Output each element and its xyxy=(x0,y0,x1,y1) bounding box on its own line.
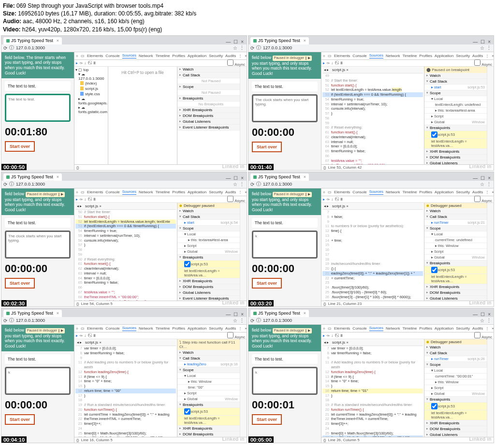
start-over-button[interactable]: Start over xyxy=(5,278,35,289)
devtab-console[interactable]: Console xyxy=(352,190,366,194)
devtab-profiles[interactable]: Profiles xyxy=(419,54,432,58)
async-checkbox[interactable] xyxy=(227,196,233,202)
step-into-icon[interactable]: ↓ xyxy=(331,197,333,202)
devtab-security[interactable]: Security xyxy=(209,190,223,194)
devtab-sources[interactable]: Sources xyxy=(122,189,136,195)
devtab-elements[interactable]: Elements xyxy=(334,54,350,58)
browser-tab[interactable]: JS Typing Speed Test× xyxy=(250,310,309,317)
devtab-audits[interactable]: Audits xyxy=(472,54,483,58)
reload-icon[interactable]: ⟳ xyxy=(3,45,7,51)
site-info-icon[interactable]: ⓘ xyxy=(256,317,261,324)
async-checkbox[interactable] xyxy=(474,196,480,202)
start-over-button[interactable]: Start over xyxy=(252,278,282,289)
window-close-icon[interactable]: × xyxy=(488,175,491,181)
devtools-menu-icon[interactable]: ⋮ xyxy=(238,326,242,331)
window-max-icon[interactable]: ☐ xyxy=(233,175,238,181)
url-text[interactable]: 127.0.0.1:3000 xyxy=(263,318,478,323)
device-icon[interactable]: ▭ xyxy=(328,190,332,194)
typing-textarea[interactable]: The clock starts when you start typing. xyxy=(5,231,71,259)
devtools-menu-icon[interactable]: ⋮ xyxy=(485,326,489,331)
async-checkbox[interactable] xyxy=(227,332,233,338)
devtab-timeline[interactable]: Timeline xyxy=(402,190,417,194)
code-pane[interactable]: ◂ ▸ script.js × 50// Start the timer:51f… xyxy=(74,203,177,301)
url-text[interactable]: 127.0.0.1:3000 xyxy=(263,45,478,50)
devtab-profiles[interactable]: Profiles xyxy=(172,54,185,58)
devtools-close-icon[interactable]: × xyxy=(492,190,494,194)
devtab-console[interactable]: Console xyxy=(105,326,119,331)
inspect-icon[interactable]: ⟐ xyxy=(76,190,78,194)
devtab-sources[interactable]: Sources xyxy=(122,53,136,58)
window-close-icon[interactable]: × xyxy=(241,39,244,44)
start-over-button[interactable]: Start over xyxy=(252,414,282,425)
site-info-icon[interactable]: ⓘ xyxy=(256,181,261,188)
devtab-network[interactable]: Network xyxy=(139,326,153,331)
window-min-icon[interactable]: — xyxy=(473,175,478,181)
typing-textarea[interactable]: The clock starts when you start typing. xyxy=(252,94,318,122)
resume-icon[interactable]: ▸ xyxy=(323,61,325,65)
window-max-icon[interactable]: ☐ xyxy=(233,312,238,317)
resume-icon[interactable]: ▸ xyxy=(76,61,78,65)
async-checkbox[interactable] xyxy=(227,59,233,66)
devtab-security[interactable]: Security xyxy=(456,54,470,58)
async-checkbox[interactable] xyxy=(474,332,480,338)
devtools-close-icon[interactable]: × xyxy=(492,54,494,58)
star-icon[interactable]: ☆ xyxy=(480,45,484,51)
browser-menu-icon[interactable]: ⋮ xyxy=(239,181,245,188)
start-over-button[interactable]: Start over xyxy=(5,141,35,152)
url-text[interactable]: 127.0.0.1:3000 xyxy=(16,45,231,50)
device-icon[interactable]: ▭ xyxy=(328,326,332,331)
devtab-console[interactable]: Console xyxy=(105,190,119,194)
browser-tab[interactable]: JS Typing Speed Test× xyxy=(3,37,62,44)
bp-check[interactable] xyxy=(184,261,190,267)
devtab-audits[interactable]: Audits xyxy=(225,326,236,331)
devtab-application[interactable]: Application xyxy=(188,54,206,58)
resume-icon[interactable]: ▸ xyxy=(323,197,325,202)
browser-menu-icon[interactable]: ⋮ xyxy=(486,181,492,188)
window-max-icon[interactable]: ☐ xyxy=(480,39,485,44)
devtab-audits[interactable]: Audits xyxy=(472,190,483,194)
browser-tab[interactable]: JS Typing Speed Test× xyxy=(3,173,62,181)
typing-textarea[interactable]: k xyxy=(5,367,71,395)
step-out-icon[interactable]: ↑ xyxy=(87,61,89,65)
devtab-security[interactable]: Security xyxy=(456,190,470,194)
url-text[interactable]: 127.0.0.1:3000 xyxy=(16,318,231,323)
step-over-icon[interactable]: ⤼ xyxy=(79,197,83,202)
step-out-icon[interactable]: ↑ xyxy=(87,333,89,338)
devtab-network[interactable]: Network xyxy=(386,54,400,58)
devtab-profiles[interactable]: Profiles xyxy=(172,190,185,194)
star-icon[interactable]: ☆ xyxy=(233,182,237,187)
pause-exc-icon[interactable]: ⏸ xyxy=(339,61,343,65)
bp-check[interactable] xyxy=(431,267,437,273)
url-text[interactable]: 127.0.0.1:3000 xyxy=(263,182,478,187)
start-over-button[interactable]: Start over xyxy=(5,414,35,425)
step-into-icon[interactable]: ↓ xyxy=(84,61,86,65)
devtab-console[interactable]: Console xyxy=(352,326,366,331)
code-pane[interactable]: ◂ ▸ script.js × 4950// Start the timer:5… xyxy=(321,67,424,164)
resume-icon[interactable]: ▸ xyxy=(76,333,78,338)
browser-tab[interactable]: JS Typing Speed Test× xyxy=(3,310,62,317)
inspect-icon[interactable]: ⟐ xyxy=(76,326,78,331)
code-pane[interactable]: ◂ ▸ script.js × 7var timer = [0,0,0,0];8… xyxy=(321,339,424,437)
devtab-application[interactable]: Application xyxy=(188,190,206,194)
code-pane[interactable]: ◂ ▸ script.js × 7var timer = [0,0,0,0];8… xyxy=(74,339,177,437)
pause-exc-icon[interactable]: ⏸ xyxy=(92,197,96,202)
step-out-icon[interactable]: ↑ xyxy=(87,197,89,202)
reload-icon[interactable]: ⟳ xyxy=(250,182,254,187)
pause-exc-icon[interactable]: ⏸ xyxy=(92,333,96,338)
devtab-sources[interactable]: Sources xyxy=(122,326,136,331)
devtab-profiles[interactable]: Profiles xyxy=(419,190,432,194)
device-icon[interactable]: ▭ xyxy=(81,190,85,194)
devtab-network[interactable]: Network xyxy=(139,54,153,58)
devtools-close-icon[interactable]: × xyxy=(245,190,247,194)
window-close-icon[interactable]: × xyxy=(488,312,491,317)
devtools-close-icon[interactable]: × xyxy=(245,54,247,58)
devtab-network[interactable]: Network xyxy=(386,190,400,194)
browser-menu-icon[interactable]: ⋮ xyxy=(486,45,492,51)
code-pane[interactable]: ◂ ▸ script.js × 78= false;911to numbers … xyxy=(321,203,424,301)
paused-in-debugger-pill[interactable]: Paused in debugger ‖ ▶ xyxy=(273,192,312,197)
star-icon[interactable]: ☆ xyxy=(233,318,237,323)
devtab-console[interactable]: Console xyxy=(105,54,119,58)
step-out-icon[interactable]: ↑ xyxy=(335,333,336,338)
site-info-icon[interactable]: ⓘ xyxy=(256,44,261,51)
devtools-menu-icon[interactable]: ⋮ xyxy=(238,54,242,58)
